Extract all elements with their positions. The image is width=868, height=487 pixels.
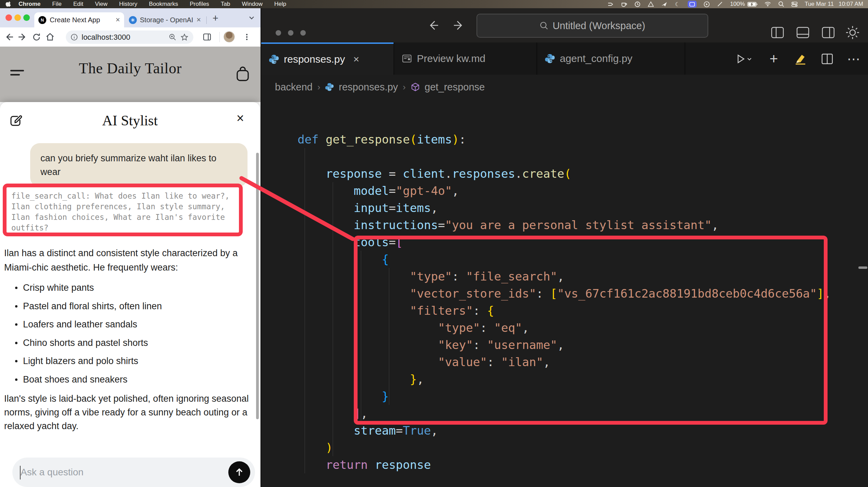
toggle-left-panel-icon[interactable] xyxy=(771,26,784,39)
arrow-up-icon xyxy=(234,467,244,477)
send-button[interactable] xyxy=(228,461,250,483)
ai-stylist-panel: AI Stylist × can you briefy summarize wa… xyxy=(0,102,260,487)
menu-item-file[interactable]: File xyxy=(46,0,67,8)
assistant-closing: Ilan's style is laid-back yet polished, … xyxy=(4,392,253,433)
chat-scrollbar[interactable] xyxy=(256,153,259,419)
history-back-icon[interactable] xyxy=(426,18,440,32)
history-forward-icon[interactable] xyxy=(452,18,466,32)
new-tab-button[interactable]: + xyxy=(213,13,218,24)
home-button[interactable] xyxy=(43,30,57,44)
split-editor-icon[interactable] xyxy=(819,51,836,67)
spotlight-search-icon[interactable] xyxy=(778,1,784,8)
screen-mirroring-icon[interactable] xyxy=(688,1,697,8)
bookmark-star-icon[interactable] xyxy=(180,33,189,41)
tab-create-next-app[interactable]: N Create Next App × xyxy=(34,12,124,27)
menubar-clock[interactable]: Tue Mar 11 10:07 AM xyxy=(805,1,863,8)
code-line: def get_response(items): xyxy=(298,131,831,148)
moon-icon[interactable]: ☾ xyxy=(674,1,681,8)
code-line: ) xyxy=(298,439,831,456)
cart-bag-icon[interactable] xyxy=(236,66,250,82)
python-icon xyxy=(325,83,334,91)
menu-item-bookmarks[interactable]: Bookmarks xyxy=(143,0,184,8)
editor-titlebar: Untitled (Workspace) xyxy=(261,8,868,42)
menu-item-tab[interactable]: Tab xyxy=(215,0,236,8)
settings-gear-icon[interactable] xyxy=(845,25,860,40)
zoom-window-button[interactable] xyxy=(23,14,30,21)
play-circle-icon[interactable] xyxy=(703,1,710,8)
menubar-status: ☾ 100% Tue Mar 11 10:07 AM xyxy=(607,0,863,8)
file-search-annotation-box: file_search_call: What does Ilan like to… xyxy=(3,184,243,236)
site-info-icon[interactable] xyxy=(71,34,78,41)
apple-icon[interactable] xyxy=(5,1,11,7)
chevron-right-icon: › xyxy=(403,82,406,92)
control-center-icon[interactable] xyxy=(791,1,798,8)
close-tab-icon[interactable]: × xyxy=(116,16,120,24)
tab-label: responses.py xyxy=(284,53,345,65)
back-button[interactable] xyxy=(2,30,16,44)
question-input-container xyxy=(12,458,255,487)
menu-item-profiles[interactable]: Profiles xyxy=(184,0,215,8)
breadcrumb: backend › responses.py › get_response xyxy=(275,77,485,97)
forward-button[interactable] xyxy=(16,30,29,44)
wifi-icon[interactable] xyxy=(764,1,771,8)
window-dot[interactable] xyxy=(300,30,306,36)
breadcrumb-folder[interactable]: backend xyxy=(275,82,313,93)
battery-status[interactable]: 100% xyxy=(730,1,758,8)
ai-highlighter-icon[interactable] xyxy=(792,51,809,67)
markdown-preview-icon xyxy=(402,53,412,64)
profile-avatar[interactable] xyxy=(224,31,235,42)
url-text[interactable]: localhost:3000 xyxy=(82,33,165,42)
menu-item-history[interactable]: History xyxy=(113,0,143,8)
site-title: The Daily Tailor xyxy=(0,60,261,77)
workspace-search[interactable]: Untitled (Workspace) xyxy=(477,14,708,38)
wand-icon[interactable] xyxy=(717,1,723,8)
menu-item-help[interactable]: Help xyxy=(268,0,292,8)
chrome-menu-icon[interactable] xyxy=(240,30,254,44)
breadcrumb-file[interactable]: responses.py xyxy=(339,82,398,93)
nextjs-favicon: N xyxy=(38,16,46,24)
zoom-icon[interactable] xyxy=(169,33,177,41)
clock-icon[interactable] xyxy=(634,1,641,8)
breadcrumb-symbol[interactable]: get_response xyxy=(425,82,485,93)
question-input[interactable] xyxy=(21,461,206,484)
close-window-button[interactable] xyxy=(5,14,12,21)
close-tab-icon[interactable]: × xyxy=(353,53,359,65)
minimize-window-button[interactable] xyxy=(14,14,21,21)
editor-scrollbar[interactable] xyxy=(858,266,867,269)
menu-item-edit[interactable]: Edit xyxy=(68,0,89,8)
battery-percent: 100% xyxy=(730,1,745,8)
reload-button[interactable] xyxy=(29,30,43,44)
window-dot[interactable] xyxy=(276,30,281,36)
shortcuts-icon[interactable] xyxy=(607,1,614,8)
toggle-bottom-panel-icon[interactable] xyxy=(796,26,810,39)
chevron-down-icon xyxy=(746,56,752,62)
menu-item-view[interactable]: View xyxy=(89,0,113,8)
toolbar-separator xyxy=(219,32,220,42)
side-panel-icon[interactable] xyxy=(200,30,214,44)
cup-icon[interactable] xyxy=(621,1,627,8)
new-editor-button[interactable]: + xyxy=(765,51,782,67)
editor-tab-preview[interactable]: Preview kw.md xyxy=(394,42,537,75)
close-chat-icon[interactable]: × xyxy=(237,112,244,125)
editor-tab-agent-config[interactable]: agent_config.py xyxy=(537,42,685,75)
tab-search-chevron-icon[interactable] xyxy=(248,14,256,22)
window-dot[interactable] xyxy=(288,30,293,36)
style-bullet-list: Crisp white pantsPastel and floral shirt… xyxy=(15,279,248,389)
chrome-window: N Create Next App × Storage - OpenAI A ×… xyxy=(0,8,261,487)
more-actions-icon[interactable]: ⋯ xyxy=(844,51,863,67)
origami-icon[interactable] xyxy=(661,1,667,8)
editor-tab-responses[interactable]: responses.py × xyxy=(261,42,394,75)
toggle-right-panel-icon[interactable] xyxy=(821,26,835,39)
run-button[interactable] xyxy=(732,51,756,67)
menu-item-chrome[interactable]: Chrome xyxy=(13,0,46,8)
triangle-icon[interactable] xyxy=(648,1,654,8)
bullet-item: Light blazers and polo shirts xyxy=(15,352,248,371)
address-bar[interactable]: localhost:3000 xyxy=(66,30,193,44)
tab-storage-openai[interactable]: Storage - OpenAI A × xyxy=(126,12,204,27)
file-search-call-text: file_search_call: What does Ilan like to… xyxy=(11,191,234,233)
symbol-method-icon xyxy=(411,83,420,92)
close-tab-icon[interactable]: × xyxy=(196,16,201,24)
tab-label: Storage - OpenAI A xyxy=(140,16,193,24)
menu-item-window[interactable]: Window xyxy=(236,0,268,8)
screen: ChromeFileEditViewHistoryBookmarksProfil… xyxy=(0,0,868,487)
